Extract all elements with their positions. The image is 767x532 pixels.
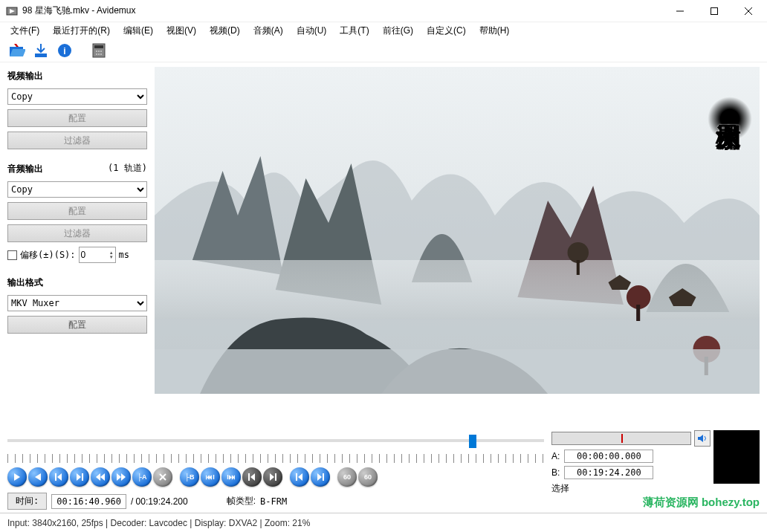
timeline-ticks: [7, 454, 544, 463]
rewind-button[interactable]: [91, 467, 110, 487]
svg-rect-42: [248, 473, 250, 481]
sound-icon[interactable]: [694, 430, 711, 447]
video-config-button[interactable]: 配置: [7, 109, 147, 127]
goto-end-button[interactable]: [311, 467, 330, 487]
open-icon[interactable]: [7, 41, 27, 60]
fwd-60-button[interactable]: 60: [358, 467, 378, 487]
svg-marker-30: [35, 473, 41, 481]
audio-config-button[interactable]: 配置: [7, 202, 147, 220]
menu-audio[interactable]: 音频(A): [247, 23, 289, 39]
fast-fwd-button[interactable]: [111, 467, 131, 487]
video-output-combo[interactable]: Copy: [7, 88, 147, 105]
svg-marker-8: [14, 44, 19, 47]
volume-meter[interactable]: [551, 432, 691, 445]
svg-rect-25: [636, 305, 640, 321]
status-bar: Input: 3840x2160, 25fps | Decoder: Lavco…: [0, 513, 767, 532]
menu-goto[interactable]: 前往(G): [377, 23, 419, 39]
slider-thumb-icon[interactable]: [469, 435, 476, 448]
maximize-button[interactable]: [697, 0, 731, 22]
offset-checkbox[interactable]: [7, 250, 17, 260]
svg-rect-3: [711, 7, 718, 14]
svg-marker-49: [698, 435, 703, 442]
svg-marker-29: [14, 473, 20, 481]
delete-button[interactable]: [153, 467, 172, 487]
a-value[interactable]: 00:00:00.000: [564, 450, 653, 463]
svg-text:i: i: [63, 46, 65, 56]
offset-spinner[interactable]: 0▲▼: [79, 247, 116, 263]
audio-filter-button[interactable]: 过滤器: [7, 224, 147, 242]
window-title: 98 星海飞驰.mkv - Avidemux: [22, 4, 663, 17]
frame-type-value: B-FRM: [260, 496, 287, 507]
svg-rect-44: [275, 473, 276, 481]
transport-bar: ├A ├B ⏮I I⏭ 60 60: [7, 467, 544, 487]
duration-label: / 00:19:24.200: [131, 496, 188, 507]
marker-a-button[interactable]: ├A: [132, 467, 152, 487]
play-button[interactable]: [7, 467, 27, 487]
back-60-button[interactable]: 60: [337, 467, 357, 487]
svg-rect-45: [296, 473, 297, 481]
svg-point-15: [98, 51, 100, 52]
menu-auto[interactable]: 自动(U): [291, 23, 333, 39]
audio-tracks-label: (1 轨道): [108, 162, 147, 175]
svg-point-14: [96, 51, 97, 52]
svg-marker-47: [317, 473, 322, 481]
app-icon: [6, 5, 18, 17]
svg-marker-36: [100, 473, 105, 481]
close-button[interactable]: [731, 0, 766, 22]
svg-rect-21: [155, 260, 760, 319]
menu-edit[interactable]: 编辑(E): [117, 23, 159, 39]
svg-marker-38: [121, 473, 126, 481]
step-fwd-button[interactable]: [70, 467, 89, 487]
svg-rect-48: [323, 473, 324, 481]
audio-output-combo[interactable]: Copy: [7, 181, 147, 198]
minimize-button[interactable]: [663, 0, 697, 22]
svg-point-18: [98, 53, 100, 55]
next-key-button[interactable]: I⏭: [221, 467, 241, 487]
svg-marker-37: [117, 473, 121, 481]
svg-rect-23: [577, 260, 580, 275]
thumbnail-preview: [713, 430, 760, 484]
menu-video[interactable]: 视频(D): [204, 23, 246, 39]
menu-recent[interactable]: 最近打开的(R): [47, 23, 116, 39]
next-black-button[interactable]: [263, 467, 282, 487]
svg-rect-32: [55, 473, 56, 481]
time-value[interactable]: 00:16:40.960: [51, 494, 126, 509]
video-filter-button[interactable]: 过滤器: [7, 132, 147, 149]
brand-watermark: 薄荷资源网 bohezy.top: [643, 496, 760, 510]
status-text: Input: 3840x2160, 25fps | Decoder: Lavco…: [7, 518, 310, 528]
frame-type-label: 帧类型:: [227, 495, 256, 507]
save-icon[interactable]: [31, 41, 51, 60]
info-icon[interactable]: i: [55, 41, 74, 60]
b-value[interactable]: 00:19:24.200: [564, 466, 653, 479]
goto-start-button[interactable]: [290, 467, 309, 487]
output-format-combo[interactable]: MKV Muxer: [7, 295, 147, 311]
time-button[interactable]: 时间:: [7, 493, 47, 510]
video-preview[interactable]: 灵渊水榭: [155, 67, 760, 394]
menu-tools[interactable]: 工具(T): [334, 23, 375, 39]
svg-point-17: [96, 53, 97, 55]
svg-point-16: [100, 51, 102, 52]
menu-custom[interactable]: 自定义(C): [421, 23, 472, 39]
audio-output-label: 音频输出: [7, 160, 105, 177]
svg-marker-41: [250, 473, 255, 481]
menu-help[interactable]: 帮助(H): [473, 23, 516, 39]
stop-button[interactable]: [28, 467, 48, 487]
output-format-label: 输出格式: [7, 273, 147, 291]
svg-point-19: [100, 53, 102, 55]
svg-rect-34: [82, 473, 83, 481]
marker-b-button[interactable]: ├B: [180, 467, 199, 487]
b-label: B:: [551, 467, 560, 478]
menu-view[interactable]: 视图(V): [161, 23, 202, 39]
svg-marker-46: [298, 473, 302, 481]
ink-blot-icon: [708, 97, 752, 141]
timeline-slider[interactable]: [7, 433, 544, 448]
prev-black-button[interactable]: [242, 467, 262, 487]
calculator-icon[interactable]: [89, 41, 109, 60]
menu-file[interactable]: 文件(F): [4, 23, 45, 39]
svg-rect-9: [35, 53, 47, 57]
prev-key-button[interactable]: ⏮I: [201, 467, 220, 487]
svg-point-22: [568, 242, 589, 263]
output-config-button[interactable]: 配置: [7, 316, 147, 334]
step-back-button[interactable]: [49, 467, 68, 487]
offset-unit: ms: [119, 250, 129, 260]
